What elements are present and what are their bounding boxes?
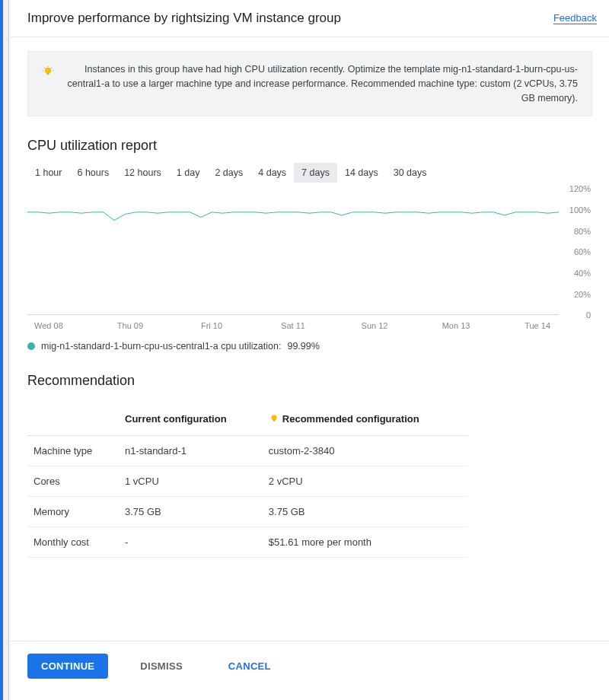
table-row: Monthly cost-$51.61 more per month bbox=[27, 527, 468, 558]
x-axis-tick: Thu 09 bbox=[117, 321, 143, 330]
row-recommended: 2 vCPU bbox=[263, 466, 468, 497]
row-label: Memory bbox=[27, 497, 119, 527]
row-current: n1-standard-1 bbox=[119, 436, 263, 466]
time-range-option[interactable]: 4 days bbox=[250, 163, 294, 183]
table-row: Memory3.75 GB3.75 GB bbox=[27, 497, 468, 527]
chart-legend: mig-n1-standard-1-burn-cpu-us-central1-a… bbox=[27, 341, 592, 352]
x-axis-tick: Sat 11 bbox=[281, 321, 305, 330]
recommendation-panel: Improve performance by rightsizing VM in… bbox=[11, 0, 609, 700]
time-range-option[interactable]: 14 days bbox=[337, 163, 386, 183]
x-axis-tick: Mon 13 bbox=[442, 321, 470, 330]
row-label: Cores bbox=[27, 466, 119, 497]
time-range-row: 1 hour6 hours12 hours1 day2 days4 days7 … bbox=[27, 163, 592, 183]
y-axis-tick: 0 bbox=[586, 310, 591, 320]
table-row: Cores1 vCPU2 vCPU bbox=[27, 466, 468, 497]
cpu-utilization-chart: 020%40%60%80%100%120% Wed 08Thu 09Fri 10… bbox=[27, 189, 592, 333]
row-current: - bbox=[119, 527, 263, 558]
x-axis-tick: Tue 14 bbox=[525, 321, 550, 330]
row-label: Monthly cost bbox=[27, 527, 119, 558]
cancel-button[interactable]: CANCEL bbox=[215, 654, 285, 679]
recommendation-notice: Instances in this group have had high CP… bbox=[27, 51, 592, 116]
row-recommended: $51.61 more per month bbox=[263, 527, 468, 558]
y-axis-tick: 100% bbox=[569, 205, 591, 215]
svg-line-6 bbox=[51, 68, 52, 68]
chart-plot-area bbox=[27, 192, 559, 315]
svg-point-0 bbox=[45, 68, 51, 74]
time-range-option[interactable]: 30 days bbox=[386, 163, 435, 183]
feedback-link[interactable]: Feedback bbox=[553, 12, 597, 24]
page-title: Improve performance by rightsizing VM in… bbox=[27, 11, 341, 26]
svg-rect-8 bbox=[273, 420, 275, 422]
recommendation-table: Current configuration Recommended config… bbox=[27, 404, 468, 558]
chart-y-axis: 020%40%60%80%100%120% bbox=[562, 189, 592, 315]
y-axis-tick: 80% bbox=[574, 227, 591, 236]
lightbulb-icon bbox=[269, 413, 279, 424]
time-range-option[interactable]: 2 days bbox=[207, 163, 250, 183]
time-range-option[interactable]: 1 day bbox=[169, 163, 208, 183]
action-bar: CONTINUE DISMISS CANCEL bbox=[11, 641, 609, 700]
svg-point-7 bbox=[271, 415, 276, 421]
row-current: 3.75 GB bbox=[119, 497, 263, 527]
row-recommended: custom-2-3840 bbox=[263, 436, 468, 466]
table-header-current: Current configuration bbox=[119, 404, 263, 436]
x-axis-tick: Fri 10 bbox=[201, 321, 222, 330]
time-range-option[interactable]: 6 hours bbox=[69, 163, 116, 183]
y-axis-tick: 120% bbox=[569, 184, 591, 193]
svg-line-5 bbox=[44, 68, 45, 68]
svg-rect-1 bbox=[47, 73, 49, 75]
table-header-empty bbox=[27, 404, 119, 436]
time-range-option[interactable]: 1 hour bbox=[27, 163, 69, 183]
y-axis-tick: 40% bbox=[574, 269, 591, 278]
table-header-recommended: Recommended configuration bbox=[263, 404, 468, 436]
report-title: CPU utilization report bbox=[27, 138, 592, 154]
row-current: 1 vCPU bbox=[119, 466, 263, 497]
dismiss-button[interactable]: DISMISS bbox=[126, 654, 196, 679]
legend-series-label: mig-n1-standard-1-burn-cpu-us-central1-a… bbox=[41, 341, 281, 352]
y-axis-tick: 20% bbox=[574, 290, 591, 299]
table-row: Machine typen1-standard-1custom-2-3840 bbox=[27, 436, 468, 466]
time-range-option[interactable]: 7 days bbox=[294, 163, 337, 183]
panel-body: Instances in this group have had high CP… bbox=[11, 37, 609, 641]
x-axis-tick: Sun 12 bbox=[362, 321, 388, 330]
chart-x-axis: Wed 08Thu 09Fri 10Sat 11Sun 12Mon 13Tue … bbox=[27, 318, 559, 333]
recommendation-table-body: Machine typen1-standard-1custom-2-3840Co… bbox=[27, 436, 468, 558]
panel-header: Improve performance by rightsizing VM in… bbox=[11, 0, 609, 37]
recommendation-title: Recommendation bbox=[27, 373, 592, 389]
chart-series-line bbox=[27, 192, 559, 314]
y-axis-tick: 60% bbox=[574, 247, 591, 256]
lightbulb-icon bbox=[42, 62, 54, 78]
continue-button[interactable]: CONTINUE bbox=[27, 654, 108, 679]
table-header-recommended-label: Recommended configuration bbox=[282, 413, 419, 425]
legend-color-swatch bbox=[27, 342, 35, 350]
background-sidebar bbox=[0, 0, 9, 700]
row-recommended: 3.75 GB bbox=[263, 497, 468, 527]
row-label: Machine type bbox=[27, 436, 119, 466]
notice-text: Instances in this group have had high CP… bbox=[66, 62, 578, 105]
x-axis-tick: Wed 08 bbox=[34, 321, 63, 330]
time-range-option[interactable]: 12 hours bbox=[116, 163, 169, 183]
legend-series-value: 99.99% bbox=[287, 341, 319, 352]
